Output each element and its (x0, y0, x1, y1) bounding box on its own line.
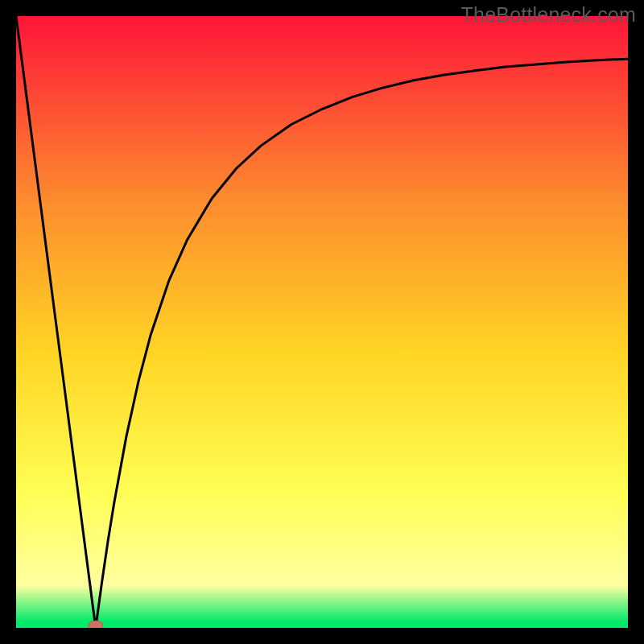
chart-svg (16, 16, 628, 628)
minimum-marker (89, 621, 103, 628)
watermark-text: TheBottleneck.com (461, 3, 636, 27)
plot-area (16, 16, 628, 628)
chart-frame: TheBottleneck.com (0, 0, 644, 644)
